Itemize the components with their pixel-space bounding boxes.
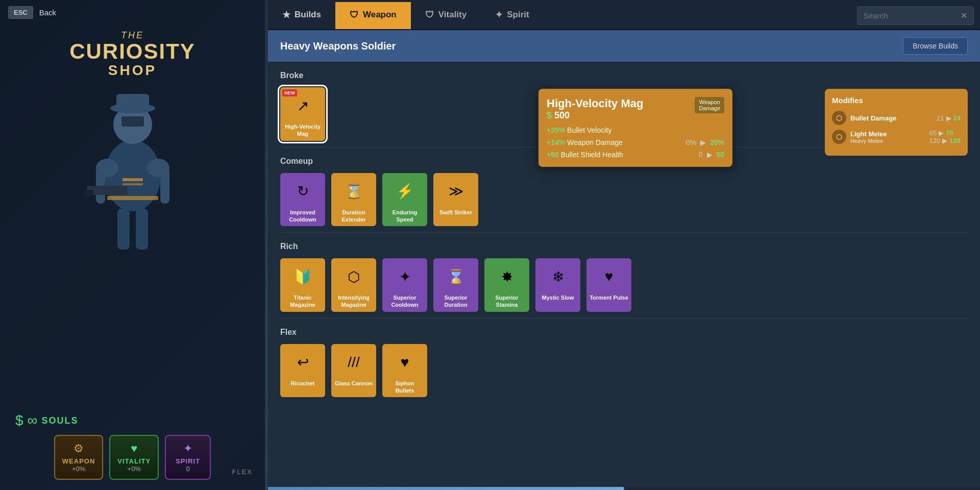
modifies-light-melee-name: Light Melee bbox=[850, 130, 887, 138]
section-rich-label: Rich bbox=[280, 242, 968, 251]
weapon-tab-icon: 🛡 bbox=[350, 10, 359, 20]
popup-price: $ 500 bbox=[547, 110, 643, 121]
glass-cannon-icon: /// bbox=[338, 347, 369, 378]
item-glass-cannon[interactable]: /// Glass Cannon bbox=[331, 344, 376, 398]
popup-stat-bullet-velocity-label: +35% Bullet Velocity bbox=[547, 126, 611, 134]
vitality-stat-value: +0% bbox=[117, 465, 151, 473]
item-torment-pulse[interactable]: ♥ Torment Pulse bbox=[586, 258, 631, 312]
item-enduring-speed[interactable]: ⚡ Enduring Speed bbox=[382, 173, 427, 227]
tab-spirit[interactable]: ✦ Spirit bbox=[481, 2, 543, 29]
back-button[interactable]: Back bbox=[39, 8, 56, 17]
spirit-stat-button[interactable]: ✦ SPIRIT 0 bbox=[165, 435, 211, 480]
spirit-stat-value: 0 bbox=[173, 465, 203, 473]
duration-extender-icon: ⌛ bbox=[338, 176, 369, 207]
item-superior-duration[interactable]: ⌛ Superior Duration bbox=[433, 258, 478, 312]
popup-item-name: High-Velocity Mag bbox=[547, 97, 643, 110]
new-badge: NEW bbox=[282, 89, 297, 96]
progress-fill bbox=[268, 487, 624, 490]
item-siphon-bullets[interactable]: ♥ Siphon Bullets bbox=[382, 344, 427, 398]
souls-infinity-icon: ∞ bbox=[28, 412, 38, 429]
builds-tab-icon: ★ bbox=[282, 9, 290, 20]
souls-label: SOULS bbox=[42, 415, 79, 426]
siphon-bullets-icon: ♥ bbox=[389, 347, 420, 378]
enduring-speed-name: Enduring Speed bbox=[385, 209, 424, 224]
vitality-tab-icon: 🛡 bbox=[425, 10, 434, 20]
section-broke-label: Broke bbox=[280, 71, 968, 80]
section-flex: Flex ↩ Ricochet /// Glass Cannon ♥ Sipho… bbox=[268, 318, 980, 404]
browse-builds-button[interactable]: Browse Builds bbox=[903, 37, 968, 55]
improved-cooldown-name: Improved Cooldown bbox=[283, 209, 322, 224]
weapon-stat-name: WEAPON bbox=[62, 457, 95, 465]
weapon-stat-value: +0% bbox=[62, 465, 95, 473]
svg-rect-11 bbox=[117, 209, 130, 250]
ricochet-icon: ↩ bbox=[287, 347, 318, 378]
tab-weapon[interactable]: 🛡 Weapon bbox=[335, 2, 411, 29]
stat-bars: ⚙ WEAPON +0% ♥ VITALITY +0% ✦ SPIRIT 0 bbox=[0, 435, 265, 480]
popup-stat-weapon-damage-label: +14% Weapon Damage bbox=[547, 138, 623, 146]
souls-display: $ ∞ SOULS bbox=[15, 412, 79, 429]
tab-builds[interactable]: ★ Builds bbox=[268, 2, 335, 29]
build-title: Heavy Weapons Soldier bbox=[280, 40, 396, 52]
spirit-tab-icon: ✦ bbox=[495, 9, 503, 20]
popup-item-info: High-Velocity Mag $ 500 bbox=[547, 97, 643, 121]
search-clear-button[interactable]: ✕ bbox=[961, 11, 967, 20]
intensifying-magazine-name: Intensifying Magazine bbox=[334, 294, 373, 309]
vitality-stat-button[interactable]: ♥ VITALITY +0% bbox=[109, 435, 159, 480]
popup-stat-weapon-damage-values: 0% ▶ 20% bbox=[686, 138, 724, 146]
item-ricochet[interactable]: ↩ Ricochet bbox=[280, 344, 325, 398]
superior-cooldown-name: Superior Cooldown bbox=[385, 294, 424, 309]
high-velocity-mag-name: High-Velocity Mag bbox=[283, 123, 322, 138]
weapon-stat-button[interactable]: ⚙ WEAPON +0% bbox=[54, 435, 104, 480]
torment-pulse-name: Torment Pulse bbox=[590, 294, 628, 301]
modifies-light-melee-values: 65 ▶ 70 bbox=[929, 129, 961, 137]
spirit-stat-icon: ✦ bbox=[173, 442, 203, 455]
item-high-velocity-mag[interactable]: NEW ↗ High-Velocity Mag bbox=[280, 87, 325, 141]
duration-extender-name: Duration Extender bbox=[334, 209, 373, 224]
popup-price-value: 500 bbox=[554, 110, 570, 120]
search-box: ✕ bbox=[857, 6, 974, 25]
superior-cooldown-icon: ✦ bbox=[389, 261, 420, 292]
item-duration-extender[interactable]: ⌛ Duration Extender bbox=[331, 173, 376, 227]
superior-stamina-name: Superior Stamina bbox=[487, 294, 526, 309]
popup-stat-bullet-velocity: +35% Bullet Velocity bbox=[547, 126, 724, 134]
item-mystic-slow[interactable]: ❄ Mystic Slow bbox=[535, 258, 580, 312]
rich-items-row: 🔰 Titanic Magazine ⬡ Intensifying Magazi… bbox=[280, 258, 968, 312]
enduring-speed-icon: ⚡ bbox=[389, 176, 420, 207]
spirit-stat-name: SPIRIT bbox=[173, 457, 203, 465]
popup-badge: Weapon Damage bbox=[695, 97, 724, 113]
modifies-bullet-damage-values: 21 ▶ 24 bbox=[937, 114, 961, 122]
mystic-slow-icon: ❄ bbox=[543, 261, 573, 292]
character-area bbox=[0, 79, 265, 273]
shop-curiosity-text: CURIOSITY bbox=[0, 41, 265, 62]
spirit-tab-label: Spirit bbox=[507, 10, 529, 20]
search-input[interactable] bbox=[864, 11, 961, 20]
dollar-icon: $ bbox=[547, 110, 552, 120]
esc-button[interactable]: ESC bbox=[8, 6, 33, 19]
modifies-bullet-damage-icon: ⬡ bbox=[832, 111, 846, 125]
popup-stat-shield-health-label: +50 Bullet Shield Health bbox=[547, 151, 623, 159]
improved-cooldown-icon: ↻ bbox=[287, 176, 318, 207]
superior-duration-icon: ⌛ bbox=[440, 261, 471, 292]
swift-striker-name: Swift Striker bbox=[439, 209, 472, 216]
main-panel: ★ Builds 🛡 Weapon 🛡 Vitality ✦ Spirit ✕ … bbox=[268, 0, 980, 490]
superior-stamina-icon: ✸ bbox=[492, 261, 522, 292]
item-titanic-magazine[interactable]: 🔰 Titanic Magazine bbox=[280, 258, 325, 312]
item-intensifying-magazine[interactable]: ⬡ Intensifying Magazine bbox=[331, 258, 376, 312]
tab-bar: ★ Builds 🛡 Weapon 🛡 Vitality ✦ Spirit ✕ bbox=[268, 0, 980, 30]
builds-tab-label: Builds bbox=[295, 10, 321, 20]
item-swift-striker[interactable]: ≫ Swift Striker bbox=[433, 173, 478, 227]
modifies-melee-icon: ⬡ bbox=[832, 130, 846, 144]
item-superior-stamina[interactable]: ✸ Superior Stamina bbox=[484, 258, 529, 312]
modifies-panel: Modifies ⬡ Bullet Damage 21 ▶ 24 ⬡ Light… bbox=[825, 89, 968, 156]
modifies-row-melee: ⬡ Light Melee Heavy Melee 65 ▶ 70 120 ▶ bbox=[832, 129, 961, 144]
content-area[interactable]: Heavy Weapons Soldier Browse Builds High… bbox=[268, 30, 980, 490]
item-improved-cooldown[interactable]: ↻ Improved Cooldown bbox=[280, 173, 325, 227]
tab-vitality[interactable]: 🛡 Vitality bbox=[411, 2, 481, 29]
item-detail-popup: High-Velocity Mag $ 500 Weapon Damage +3… bbox=[538, 89, 732, 167]
section-rich: Rich 🔰 Titanic Magazine ⬡ Intensifying M… bbox=[268, 233, 980, 318]
section-flex-label: Flex bbox=[280, 328, 968, 337]
mystic-slow-name: Mystic Slow bbox=[542, 294, 574, 301]
popup-badge-line1: Weapon bbox=[699, 99, 720, 105]
item-superior-cooldown[interactable]: ✦ Superior Cooldown bbox=[382, 258, 427, 312]
modifies-title: Modifies bbox=[832, 96, 961, 105]
